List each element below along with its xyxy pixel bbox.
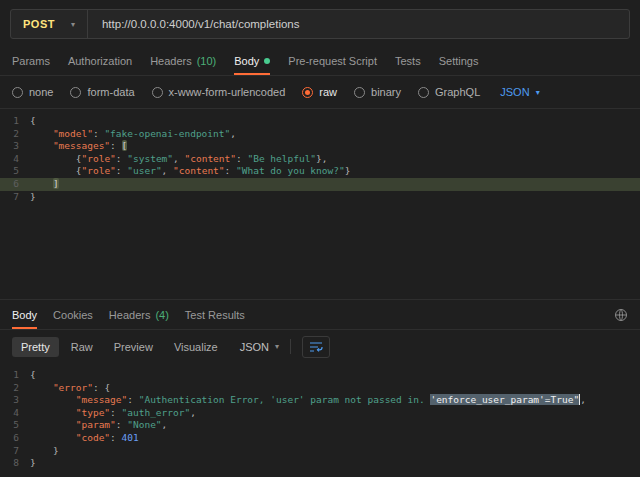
line-number: 8: [0, 457, 30, 470]
radio-label: GraphQL: [435, 86, 480, 98]
body-type-options: noneform-datax-www-form-urlencodedrawbin…: [12, 86, 480, 98]
line-number: 3: [0, 394, 30, 407]
code-line[interactable]: 4 {"role": "system", "content": "Be help…: [0, 153, 640, 166]
radio-icon: [354, 87, 365, 98]
request-tab-authorization[interactable]: Authorization: [68, 47, 132, 75]
code-line[interactable]: 1{: [0, 115, 640, 128]
code-line-content: "param": "None",: [30, 419, 167, 432]
line-number: 2: [0, 128, 30, 141]
toolbar-divider: [290, 339, 291, 354]
response-language-label: JSON: [240, 341, 269, 353]
radio-label: form-data: [87, 86, 134, 98]
code-line[interactable]: 5 "param": "None",: [0, 419, 640, 432]
code-line[interactable]: 7 }: [0, 445, 640, 458]
code-line-content: }: [30, 457, 36, 470]
radio-icon: [70, 87, 81, 98]
request-tab-settings[interactable]: Settings: [439, 47, 479, 75]
tab-label: Settings: [439, 55, 479, 67]
tab-label: Tests: [395, 55, 421, 67]
api-client-app: POST ▾ http://0.0.0.0:4000/v1/chat/compl…: [0, 0, 640, 477]
chevron-down-icon: ▾: [275, 342, 279, 351]
radio-icon: [12, 87, 23, 98]
wrap-text-button[interactable]: [302, 336, 330, 358]
code-line[interactable]: 6 ]: [0, 178, 640, 191]
code-line[interactable]: 1{: [0, 369, 640, 382]
code-line-content: {"role": "system", "content": "Be helpfu…: [30, 153, 328, 166]
body-type-form-data[interactable]: form-data: [70, 86, 134, 98]
radio-label: binary: [371, 86, 401, 98]
response-toolbar: PrettyRawPreviewVisualize JSON ▾: [0, 330, 640, 363]
code-line[interactable]: 3 "message": "Authentication Error, 'use…: [0, 394, 640, 407]
body-type-raw[interactable]: raw: [302, 86, 337, 98]
view-mode-preview[interactable]: Preview: [105, 337, 162, 357]
tab-count-badge: (4): [155, 309, 168, 321]
url-input[interactable]: http://0.0.0.0:4000/v1/chat/completions: [88, 10, 629, 38]
green-dot-icon: [264, 58, 270, 64]
response-tab-cookies[interactable]: Cookies: [53, 300, 93, 329]
radio-label: none: [29, 86, 53, 98]
line-number: 5: [0, 165, 30, 178]
tab-label: Pre-request Script: [288, 55, 377, 67]
code-line[interactable]: 6 "code": 401: [0, 432, 640, 445]
request-language-selector[interactable]: JSON ▾: [500, 86, 539, 98]
body-type-row: noneform-datax-www-form-urlencodedrawbin…: [0, 76, 640, 109]
request-tab-params[interactable]: Params: [12, 47, 50, 75]
line-number: 1: [0, 369, 30, 382]
request-url-bar: POST ▾ http://0.0.0.0:4000/v1/chat/compl…: [0, 0, 640, 47]
code-line[interactable]: 5 {"role": "user", "content": "What do y…: [0, 165, 640, 178]
request-tab-pre-request-script[interactable]: Pre-request Script: [288, 47, 377, 75]
code-line[interactable]: 3 "messages": [: [0, 140, 640, 153]
code-line-content: "error": {: [30, 382, 110, 395]
body-type-x-www-form-urlencoded[interactable]: x-www-form-urlencoded: [152, 86, 286, 98]
line-number: 7: [0, 191, 30, 204]
request-body-editor[interactable]: 1{2 "model": "fake-openai-endpoint",3 "m…: [0, 109, 640, 299]
request-tab-headers[interactable]: Headers(10): [150, 47, 216, 75]
response-tab-headers[interactable]: Headers(4): [109, 300, 169, 329]
code-line-content: {: [30, 115, 36, 128]
code-line[interactable]: 2 "error": {: [0, 382, 640, 395]
tab-label: Headers: [109, 309, 151, 321]
tab-label: Headers: [150, 55, 192, 67]
view-mode-raw[interactable]: Raw: [62, 337, 102, 357]
tab-label: Params: [12, 55, 50, 67]
code-line[interactable]: 7}: [0, 191, 640, 204]
line-number: 1: [0, 115, 30, 128]
code-line[interactable]: 2 "model": "fake-openai-endpoint",: [0, 128, 640, 141]
line-number: 4: [0, 153, 30, 166]
view-mode-visualize[interactable]: Visualize: [165, 337, 227, 357]
network-icon[interactable]: [614, 308, 628, 322]
radio-icon: [302, 87, 313, 98]
tab-label: Body: [234, 55, 259, 67]
request-tab-body[interactable]: Body: [234, 47, 270, 75]
chevron-down-icon: ▾: [536, 88, 540, 97]
response-tabs: BodyCookiesHeaders(4)Test Results: [12, 300, 245, 329]
request-tab-tests[interactable]: Tests: [395, 47, 421, 75]
code-line-content: "model": "fake-openai-endpoint",: [30, 128, 236, 141]
method-selector[interactable]: POST ▾: [11, 10, 88, 38]
view-mode-pretty[interactable]: Pretty: [12, 337, 59, 357]
line-number: 5: [0, 419, 30, 432]
response-body-editor[interactable]: 1{2 "error": {3 "message": "Authenticati…: [0, 363, 640, 477]
radio-icon: [152, 87, 163, 98]
response-tab-test-results[interactable]: Test Results: [185, 300, 245, 329]
code-line-content: "type": "auth_error",: [30, 407, 196, 420]
response-language-selector[interactable]: JSON ▾: [240, 341, 279, 353]
code-line-content: "code": 401: [30, 432, 139, 445]
line-number: 3: [0, 140, 30, 153]
code-line-content: {: [30, 369, 36, 382]
code-line-content: }: [30, 191, 36, 204]
line-number: 4: [0, 407, 30, 420]
response-panel: BodyCookiesHeaders(4)Test Results Pretty…: [0, 299, 640, 477]
radio-icon: [418, 87, 429, 98]
tab-label: Authorization: [68, 55, 132, 67]
code-line-content: ]: [30, 178, 59, 191]
code-line-content: "message": "Authentication Error, 'user'…: [30, 394, 586, 407]
body-type-graphql[interactable]: GraphQL: [418, 86, 480, 98]
code-line[interactable]: 8}: [0, 457, 640, 470]
method-label: POST: [23, 18, 55, 30]
code-line[interactable]: 4 "type": "auth_error",: [0, 407, 640, 420]
body-type-none[interactable]: none: [12, 86, 53, 98]
response-tab-body[interactable]: Body: [12, 300, 37, 329]
code-line-content: }: [30, 445, 59, 458]
body-type-binary[interactable]: binary: [354, 86, 401, 98]
